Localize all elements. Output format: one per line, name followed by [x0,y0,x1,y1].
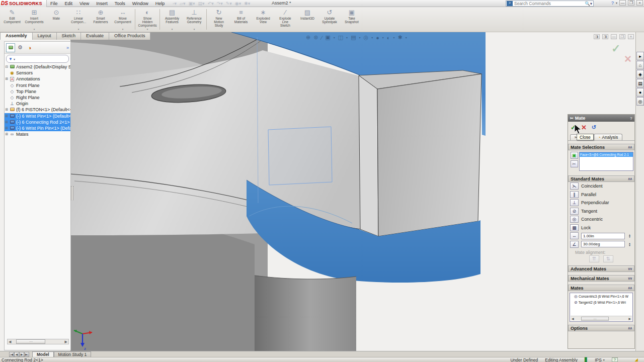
graphics-viewport[interactable]: z ⊕⊛∕▣▾◫▾▤▾◎▾●▾◐▾✱▾ ◨◨—❐× ✓ ✕ [0,32,644,351]
edit-component-button[interactable]: ✎EditComponent [1,7,23,32]
mate-type-parallel[interactable]: ∥Parallel [568,191,634,199]
section-view-icon[interactable]: ▣ [325,34,330,41]
new-icon[interactable]: ▫▾ [173,1,177,6]
aligned-icon[interactable]: ⇈ [589,255,599,262]
mate-type-concentric[interactable]: ◎Concentric [568,215,634,224]
tab-layout[interactable]: Layout [32,32,57,40]
tab-nav-3[interactable]: ▶| [24,352,29,357]
tab-nav-1[interactable]: ◀ [14,352,19,357]
minimize-button[interactable]: — [619,0,626,6]
scene-icon[interactable]: ◐ [387,35,390,41]
panel-splitter-handle[interactable] [71,186,73,200]
distance-mate-icon[interactable]: ↔ [570,232,579,239]
dropdown-caret-icon[interactable]: ▾ [172,28,173,31]
tree-item[interactable]: ⊞∞Mates [5,131,70,137]
view-orientation-icon[interactable]: ◫ [338,34,343,41]
dropdown-caret-icon[interactable]: ▾ [382,36,384,39]
document-window-controls[interactable]: ◨◨—❐× [594,34,634,39]
tab-model[interactable]: Model [32,351,54,357]
options-icon[interactable]: ✱▾ [244,1,250,6]
anti-aligned-icon[interactable]: ⇅ [603,255,613,262]
group-header-advanced-mates[interactable]: Advanced Mates∨∨ [568,265,634,272]
mate-selection-list[interactable]: Face<5>@6 Connecting Rod 2-1 [579,152,633,171]
angle-spinner[interactable]: ▲▼ [628,242,633,246]
appearance-icon[interactable]: ● [376,35,379,41]
menu-edit[interactable]: Edit [61,1,76,6]
dropdown-caret-icon[interactable]: ▾ [346,36,348,39]
bill-of-materials-button[interactable]: ≡Bill ofMaterials [230,7,252,32]
units-selector[interactable]: IPS ▾ [595,357,605,362]
line-icon[interactable]: ∕ [321,35,322,41]
file-explorer-icon[interactable]: ◈ [636,70,644,78]
menu-tools[interactable]: Tools [111,1,129,6]
dropdown-caret-icon[interactable]: ▾ [359,36,361,39]
expand-toggle-icon[interactable]: ⊞ [5,114,9,118]
panel-help-icon[interactable]: ? [630,116,632,121]
sheet-tab-navigation[interactable]: |◀◀▶▶| [9,352,29,357]
assembly-features-button[interactable]: ▤AssemblyFeatures▾ [161,7,183,32]
zoom-fit-icon[interactable]: ⊕ [306,34,310,41]
group-header-standard-mates[interactable]: Standard Mates∧∧ [568,175,634,182]
palette-icon[interactable]: ▤ [636,79,644,87]
doc-minimize-button[interactable]: — [611,34,617,39]
group-header-mates[interactable]: Mates∧∧ [568,285,634,291]
tab-motion-study-1[interactable]: Motion Study 1 [54,351,92,357]
tree-item[interactable]: ◇Front Plane [5,82,70,88]
display-style-icon[interactable]: ▤ [351,34,356,41]
analysis-tab[interactable]: ◔ Analysis [594,134,623,140]
help-menu-icon[interactable]: ? [611,1,614,6]
resources-icon[interactable]: ▸ [636,52,644,60]
show-hidden-components-button[interactable]: ◐ShowHiddenComponents▾ [136,7,158,32]
tree-item[interactable]: ⊟Assem2 (Default<Display State [5,64,70,70]
appearances-icon[interactable]: ● [636,88,644,97]
explode-line-sketch-button[interactable]: ∕ExplodeLineSketch [274,7,296,32]
mate-type-lock[interactable]: ▩Lock [568,224,634,232]
mate-list-item[interactable]: ◎Concentric3 (6 Wrist Pin<1>,6 W [570,293,632,299]
tree-item[interactable]: ⊞(-) 6 Connecting Rod 2<1> [5,119,70,125]
dropdown-caret-icon[interactable]: ▾ [334,36,335,39]
menu-help[interactable]: Help [152,1,169,6]
scroll-right-arrow[interactable]: ▶ [65,340,67,344]
expand-toggle-icon[interactable]: ⊞ [5,120,9,124]
configurations-tab[interactable]: ◑ [25,43,34,52]
angle-mate-icon[interactable]: ∠ [570,241,579,248]
tab-office-products[interactable]: Office Products [109,32,150,40]
model-3d[interactable]: z [0,32,644,351]
tree-item[interactable]: ⊞AAnnotations [5,76,70,82]
group-header-mechanical-mates[interactable]: Mechanical Mates∨∨ [568,275,634,282]
group-header-options[interactable]: Options∧∧ [568,325,634,331]
redo-icon[interactable]: ↷▾ [217,1,223,6]
update-speedpak-button[interactable]: ↺UpdateSpeedpak [318,7,341,32]
heads-up-view-toolbar[interactable]: ⊕⊛∕▣▾◫▾▤▾◎▾●▾◐▾✱▾ [306,34,407,41]
status-help-icon[interactable]: ? [612,357,618,362]
mate-type-perpendicular[interactable]: ⊥Perpendicular [568,199,634,207]
restore-button[interactable]: ❐ [628,0,634,6]
scrollbar-thumb[interactable]: ⋯ [16,339,45,344]
tree-item[interactable]: ⊞(-) 6 Wrist Pin<1> (Default< [5,113,70,119]
menu-view[interactable]: View [76,1,93,6]
tree-item[interactable]: ◇Top Plane [5,88,70,95]
tab-sketch[interactable]: Sketch [56,32,82,40]
new-motion-study-button[interactable]: ↻NewMotionStudy [208,7,230,32]
mate-type-coincident[interactable]: ⋋Coincident [568,182,634,191]
dropdown-caret-icon[interactable]: ▾ [34,28,35,31]
tree-horizontal-scrollbar[interactable]: ◀ ⋯ ▶ [7,339,69,344]
select-icon[interactable]: ✎▾ [226,1,232,6]
tab-evaluate[interactable]: Evaluate [80,32,109,40]
expand-toggle-icon[interactable]: ⊞ [5,132,9,136]
expand-toggle-icon[interactable]: ⊞ [5,77,9,81]
dropdown-caret-icon[interactable]: ▾ [406,36,407,39]
instant3d-button[interactable]: ▨Instant3D [296,7,318,32]
dropdown-caret-icon[interactable]: ▾ [371,36,373,39]
tree-item[interactable]: ⊥Origin [5,101,70,107]
doc-close-button[interactable]: × [628,34,634,39]
panel-chevron-icon[interactable]: » [66,45,69,50]
confirmation-corner-cancel-icon[interactable]: ✕ [624,53,632,65]
search-commands-input[interactable]: > Search Commands 🔍▾ [506,1,594,7]
tree-item[interactable]: ◉Sensors [5,70,70,76]
scroll-left-arrow[interactable]: ◀ [572,317,574,320]
design-library-icon[interactable]: ⌂ [636,61,644,69]
entities-to-mate-icon[interactable]: ▣ [571,152,578,159]
view-settings-icon[interactable]: ✱ [398,34,403,41]
confirmation-corner-ok-icon[interactable]: ✓ [611,42,620,55]
